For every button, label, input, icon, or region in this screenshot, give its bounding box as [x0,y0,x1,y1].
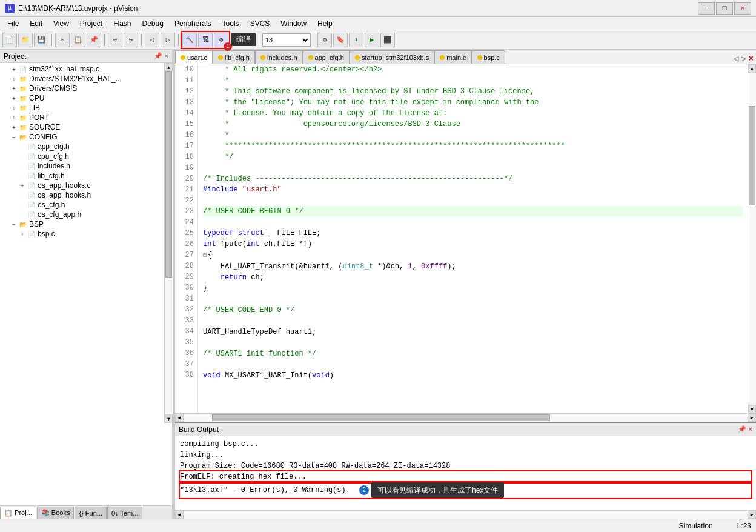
menu-file[interactable]: File [2,18,24,29]
close-button[interactable]: × [734,2,751,15]
tab-includes-h[interactable]: includes.h [255,50,303,64]
menu-help[interactable]: Help [313,18,337,29]
tree-item-cmsis[interactable]: + 📁 Drivers/CMSIS [0,84,172,93]
pin-output-icon[interactable]: 📌 [738,425,746,433]
proj-scroll-up[interactable]: ▲ [165,63,173,71]
tree-item-cpu[interactable]: + 📁 CPU [0,93,172,103]
toggle-source[interactable]: + [10,124,18,131]
tab-usart-c[interactable]: usart.c [175,50,213,64]
h-scrollbar-build[interactable]: ◄ ► [175,510,756,519]
tab-lib-cfg-h[interactable]: lib_cfg.h [213,50,255,64]
minimize-button[interactable]: − [698,2,715,15]
h-scroll-left[interactable]: ◄ [175,414,184,422]
h-scroll-track[interactable] [184,414,748,422]
tab-books[interactable]: 📚 Books [37,507,75,519]
h-scrollbar-code[interactable]: ◄ ► [175,413,756,422]
tree-item-stm32[interactable]: + 📄 stm32f1xx_hal_msp.c [0,64,172,74]
toggle-bsp[interactable]: − [10,221,18,228]
target-combo[interactable]: 13 [262,33,311,47]
cut-button[interactable]: ✂ [55,33,70,47]
toggle-os-hooks-c[interactable]: + [18,182,27,189]
tab-startup[interactable]: startup_stm32f103xb.s [350,50,434,64]
copy-button[interactable]: 📋 [71,33,85,47]
menu-tools[interactable]: Tools [217,18,244,29]
menu-flash[interactable]: Flash [108,18,136,29]
compile-button[interactable]: 🏗 [198,33,213,47]
tree-item-drivers-stm32[interactable]: + 📁 Drivers/STM32F1xx_HAL_... [0,74,172,84]
tree-item-os-app-hooks-h[interactable]: 📄 os_app_hooks.h [0,190,172,200]
scroll-thumb[interactable] [749,106,755,205]
download-button[interactable]: ⬇ [349,33,363,47]
tab-scroll-left[interactable]: ◁ [734,53,738,64]
scroll-track[interactable] [748,73,756,405]
build-h-scroll-left[interactable]: ◄ [175,511,184,519]
toggle-config[interactable]: − [10,134,18,141]
h-scroll-right[interactable]: ► [748,414,756,422]
tab-scroll-right[interactable]: ▷ [741,53,746,64]
paste-button[interactable]: 📌 [87,33,101,47]
proj-scroll-down[interactable]: ▼ [165,414,173,423]
window-controls[interactable]: − □ × [698,2,751,15]
tab-fun[interactable]: {} Fun... [75,507,107,519]
nav-forward-button[interactable]: ▷ [161,33,175,47]
tab-app-cfg-h[interactable]: app_cfg.h [303,50,350,64]
undo-button[interactable]: ↩ [108,33,122,47]
new-file-button[interactable]: 📄 [2,33,17,47]
proj-scroll-track[interactable] [165,71,173,414]
tab-bsp-c[interactable]: bsp.c [472,50,505,64]
proj-scroll-thumb[interactable] [165,71,172,278]
save-button[interactable]: 💾 [34,33,48,47]
vertical-scrollbar[interactable]: ▲ ▼ [748,64,756,413]
code-view[interactable]: 1011121314 1516171819 2021222324 2526272… [175,64,756,413]
scroll-up-arrow[interactable]: ▲ [748,64,756,73]
tree-item-includes-h[interactable]: 📄 includes.h [0,161,172,171]
tree-item-cpu-cfg-h[interactable]: 📄 cpu_cfg.h [0,151,172,161]
tree-item-config[interactable]: − 📂 CONFIG [0,132,172,142]
build-h-scroll-right[interactable]: ► [748,511,756,519]
menu-project[interactable]: Project [75,18,107,29]
code-content[interactable]: * All rights reserved.</center></h2> * *… [198,64,748,413]
scroll-down-arrow[interactable]: ▼ [748,405,756,413]
close-output-icon[interactable]: × [749,425,752,433]
project-tree[interactable]: + 📄 stm32f1xx_hal_msp.c + 📁 Drivers/STM3… [0,63,172,505]
h-scroll-thumb[interactable] [212,414,551,421]
project-scrollbar[interactable]: ▲ ▼ [164,63,173,423]
menu-view[interactable]: View [48,18,74,29]
menu-debug[interactable]: Debug [138,18,168,29]
tree-item-lib[interactable]: + 📁 LIB [0,103,172,113]
maximize-button[interactable]: □ [716,2,733,15]
run-button[interactable]: ▶ [365,33,379,47]
bookmark-button[interactable]: 🔖 [333,33,348,47]
tree-item-os-cfg-app-h[interactable]: 📄 os_cfg_app.h [0,210,172,219]
toggle-port[interactable]: + [10,115,18,121]
redo-button[interactable]: ↪ [124,33,138,47]
menu-edit[interactable]: Edit [25,18,47,29]
build-output-content[interactable]: compiling bsp.c... linking... Program Si… [175,436,756,510]
toggle-stm32[interactable]: + [10,66,18,73]
tab-tem[interactable]: 0↓ Tem... [107,507,142,519]
tree-item-lib-cfg-h[interactable]: 📄 lib_cfg.h [0,171,172,181]
menu-svcs[interactable]: SVCS [245,18,275,29]
build-h-scroll-track[interactable] [184,511,748,519]
settings-button[interactable]: ⚙ [317,33,332,47]
toggle-cpu[interactable]: + [10,95,18,102]
translate-button[interactable]: 🔨 [182,33,197,47]
tree-item-bsp[interactable]: − 📂 BSP [0,219,172,229]
tree-item-os-cfg-h[interactable]: 📄 os_cfg.h [0,200,172,210]
tree-item-app-cfg-h[interactable]: 📄 app_cfg.h [0,142,172,151]
toggle-cmsis[interactable]: + [10,85,18,92]
open-button[interactable]: 📁 [18,33,33,47]
tree-item-source[interactable]: + 📁 SOURCE [0,122,172,132]
tab-main-c[interactable]: main.c [434,50,471,64]
close-tab-button[interactable]: × [749,54,754,64]
pin-icon[interactable]: 📌 [154,52,162,60]
tab-proj[interactable]: 📋 Proj... [0,507,36,519]
tree-item-os-app-hooks-c[interactable]: + 📄 os_app_hooks.c [0,181,172,190]
tree-item-port[interactable]: + 📁 PORT [0,113,172,122]
stop-button[interactable]: ⬛ [380,33,395,47]
menu-peripherals[interactable]: Peripherals [170,18,216,29]
tree-item-bsp-c[interactable]: + 📄 bsp.c [0,229,172,239]
toggle-lib[interactable]: + [10,105,18,111]
toggle-drivers[interactable]: + [10,76,18,82]
menu-window[interactable]: Window [276,18,311,29]
